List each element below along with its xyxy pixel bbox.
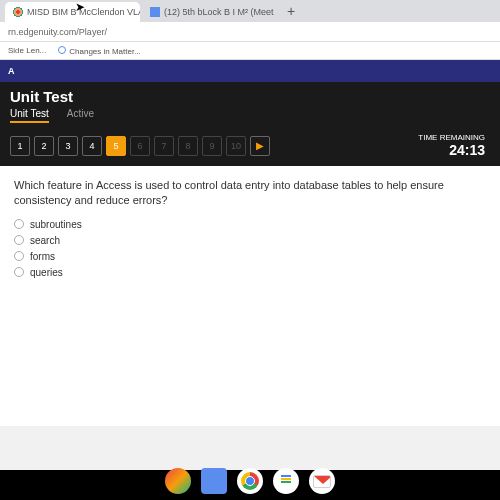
question-nav-5[interactable]: 5 (106, 136, 126, 156)
url-text: rn.edgenuity.com/Player/ (8, 27, 107, 37)
question-area: Which feature in Access is used to contr… (0, 166, 500, 426)
radio-icon[interactable] (14, 219, 24, 229)
option-label: queries (30, 267, 63, 278)
browser-tab-2[interactable]: (12) 5th bLock B I M² (Meet × (142, 2, 277, 22)
test-header: Unit Test Unit Test Active (0, 82, 500, 127)
browser-tab-1[interactable]: MISD BIM B McClendon VLA - E × (5, 2, 140, 22)
question-nav-2[interactable]: 2 (34, 136, 54, 156)
option-4[interactable]: queries (14, 267, 486, 278)
dock-app-teams-icon[interactable] (201, 468, 227, 494)
option-label: subroutines (30, 219, 82, 230)
timer-label: TIME REMAINING (418, 133, 485, 142)
dock-app-1[interactable] (165, 468, 191, 494)
option-1[interactable]: subroutines (14, 219, 486, 230)
option-label: search (30, 235, 60, 246)
option-label: forms (30, 251, 55, 262)
app-label: A (8, 66, 15, 76)
test-subtitle: Unit Test (10, 108, 49, 123)
question-nav-1[interactable]: 1 (10, 136, 30, 156)
bookmark-item[interactable]: Changes in Matter... (58, 46, 141, 56)
option-3[interactable]: forms (14, 251, 486, 262)
tab-favicon-1 (13, 7, 23, 17)
question-nav-8[interactable]: 8 (178, 136, 198, 156)
timer: TIME REMAINING 24:13 (418, 133, 485, 158)
dock-app-gmail-icon[interactable] (309, 468, 335, 494)
bookmark-icon (58, 46, 66, 54)
question-text: Which feature in Access is used to contr… (14, 178, 486, 209)
test-status: Active (67, 108, 94, 123)
os-dock (165, 468, 335, 494)
bookmark-item[interactable]: Side Len... (8, 46, 46, 55)
dock-app-chrome-icon[interactable] (237, 468, 263, 494)
question-nav-6[interactable]: 6 (130, 136, 150, 156)
tab-label: (12) 5th bLock B I M² (Meet (164, 7, 274, 17)
mouse-cursor: ➤ (75, 0, 85, 14)
radio-icon[interactable] (14, 251, 24, 261)
tab-favicon-2 (150, 7, 160, 17)
new-tab-button[interactable]: + (279, 3, 303, 19)
question-nav-3[interactable]: 3 (58, 136, 78, 156)
question-nav-7[interactable]: 7 (154, 136, 174, 156)
question-nav-row: 1 2 3 4 5 6 7 8 9 10 ▶ TIME REMAINING 24… (0, 127, 500, 166)
radio-icon[interactable] (14, 235, 24, 245)
option-2[interactable]: search (14, 235, 486, 246)
app-header-band: A (0, 60, 500, 82)
timer-value: 24:13 (418, 142, 485, 158)
question-nav-9[interactable]: 9 (202, 136, 222, 156)
question-nav-4[interactable]: 4 (82, 136, 102, 156)
dock-app-docs-icon[interactable] (273, 468, 299, 494)
question-numbers: 1 2 3 4 5 6 7 8 9 10 ▶ (10, 136, 270, 156)
radio-icon[interactable] (14, 267, 24, 277)
test-title: Unit Test (10, 88, 490, 105)
bookmarks-bar: Side Len... Changes in Matter... (0, 42, 500, 60)
url-bar[interactable]: rn.edgenuity.com/Player/ (0, 22, 500, 42)
question-nav-10[interactable]: 10 (226, 136, 246, 156)
next-question-button[interactable]: ▶ (250, 136, 270, 156)
